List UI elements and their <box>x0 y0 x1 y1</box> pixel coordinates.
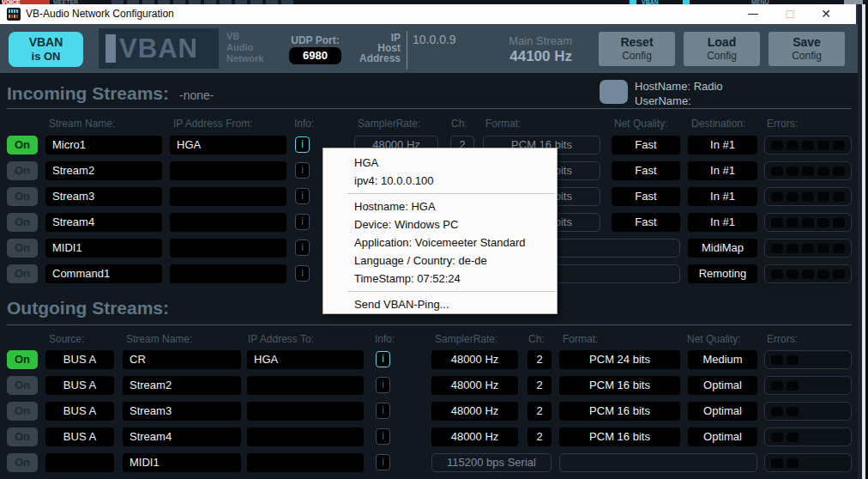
channels-select[interactable]: 2 <box>527 350 552 369</box>
stream-on-toggle[interactable]: On <box>7 187 38 206</box>
stream-name-field[interactable]: Micro1 <box>45 136 162 155</box>
stream-name-field[interactable]: Stream3 <box>123 402 241 421</box>
sampler-rate-select[interactable]: 48000 Hz <box>431 402 518 421</box>
channels-select[interactable]: 2 <box>527 376 552 395</box>
minimize-button[interactable]: — <box>736 4 770 24</box>
net-quality-select[interactable]: Fast <box>612 136 680 155</box>
outgoing-separator <box>7 324 852 325</box>
format-select[interactable]: PCM 16 bits <box>559 427 680 446</box>
stream-name-field[interactable]: Command1 <box>45 264 162 283</box>
info-button[interactable]: i <box>376 377 390 393</box>
stream-name-field[interactable]: MIDI1 <box>45 239 162 258</box>
channels-select[interactable]: 2 <box>527 402 552 421</box>
ip-address-from-field[interactable] <box>170 239 286 258</box>
info-button[interactable]: i <box>376 403 390 419</box>
stream-name-field[interactable]: MIDI1 <box>123 453 241 472</box>
stream-on-toggle[interactable]: On <box>7 136 38 155</box>
source-select[interactable]: BUS A <box>45 376 114 395</box>
sampler-rate-select[interactable]: 48000 Hz <box>431 427 518 446</box>
send-vban-ping-menu-item[interactable]: Send VBAN-Ping... <box>323 295 557 313</box>
vban-on-line2: is ON <box>9 50 83 63</box>
net-quality-select[interactable]: Optimal <box>688 376 757 395</box>
info-button[interactable]: i <box>295 136 310 153</box>
stream-on-toggle[interactable]: On <box>7 161 38 180</box>
ip-address-from-field[interactable] <box>170 264 286 283</box>
main-stream-label: Main Stream <box>480 34 572 48</box>
vban-on-toggle[interactable]: VBAN is ON <box>9 32 83 67</box>
stream-on-toggle[interactable]: On <box>7 239 38 258</box>
stream-name-field[interactable]: CR <box>123 350 241 369</box>
info-button[interactable]: i <box>376 351 390 367</box>
destination-select[interactable]: In #1 <box>688 187 757 206</box>
stream-on-toggle[interactable]: On <box>7 213 38 232</box>
stream-name-field[interactable]: Stream3 <box>45 187 162 206</box>
col-ip-from: IP Address From: <box>173 118 252 130</box>
save-config-button[interactable]: SaveConfig <box>769 32 845 66</box>
destination-select[interactable]: In #1 <box>688 136 757 155</box>
ip-address-from-field[interactable] <box>170 161 286 180</box>
stream-on-toggle[interactable]: On <box>7 376 38 395</box>
info-button[interactable]: i <box>295 188 310 204</box>
net-quality-select[interactable]: Fast <box>612 213 680 232</box>
info-button[interactable]: i <box>295 162 310 179</box>
col-ip-to: IP Address To: <box>248 333 314 345</box>
net-quality-select[interactable]: Optimal <box>688 402 757 421</box>
destination-select[interactable]: Remoting <box>688 264 757 283</box>
info-button[interactable]: i <box>376 454 390 470</box>
stream-name-field[interactable]: Stream2 <box>45 161 162 180</box>
stream-on-toggle[interactable]: On <box>7 453 38 472</box>
maximize-button[interactable]: □ <box>773 4 807 24</box>
stream-on-toggle[interactable]: On <box>7 264 38 283</box>
stream-name-field[interactable]: Stream4 <box>45 213 162 232</box>
info-button[interactable]: i <box>376 428 390 445</box>
ip-address-from-field[interactable] <box>170 213 286 232</box>
sampler-rate-select[interactable]: 48000 Hz <box>431 376 518 395</box>
destination-select[interactable]: In #1 <box>688 213 757 232</box>
net-quality-select[interactable]: Medium <box>688 350 757 369</box>
source-select[interactable] <box>45 453 114 472</box>
info-button[interactable]: i <box>295 265 310 282</box>
window-titlebar: VB-Audio Network Configuration — □ ✕ <box>0 4 856 24</box>
source-select[interactable]: BUS A <box>45 427 114 446</box>
ip-host-address-label: IP Host Address <box>343 33 401 64</box>
stream-name-field[interactable]: Stream2 <box>123 376 241 395</box>
channels-select[interactable]: 2 <box>527 427 552 446</box>
col-stream-name: Stream Name: <box>126 333 192 345</box>
destination-select[interactable]: In #1 <box>688 161 757 180</box>
net-quality-select[interactable]: Fast <box>612 161 680 180</box>
stream-name-field[interactable]: Stream4 <box>123 427 241 446</box>
net-quality-select[interactable]: Optimal <box>688 427 757 446</box>
stream-on-toggle[interactable]: On <box>7 402 38 421</box>
format-select[interactable]: PCM 16 bits <box>559 376 680 395</box>
source-select[interactable]: BUS A <box>45 402 114 421</box>
info-button[interactable]: i <box>295 214 310 230</box>
col-info: Info: <box>375 333 395 345</box>
close-button[interactable]: ✕ <box>809 4 843 24</box>
sampler-rate-select[interactable]: 48000 Hz <box>431 350 518 369</box>
ip-address-from-field[interactable]: HGA <box>170 136 286 155</box>
format-select[interactable]: PCM 24 bits <box>559 350 680 369</box>
udp-port-field[interactable]: 6980 <box>289 47 341 64</box>
net-quality-select[interactable]: Fast <box>612 187 680 206</box>
outgoing-streams-title: Outgoing Streams: <box>7 298 169 318</box>
ip-address-to-field[interactable] <box>247 453 364 472</box>
ip-address-to-field[interactable] <box>247 402 364 421</box>
format-select[interactable]: PCM 16 bits <box>559 402 680 421</box>
load-config-button[interactable]: LoadConfig <box>684 32 760 66</box>
source-select[interactable]: BUS A <box>45 350 114 369</box>
reset-config-button[interactable]: ResetConfig <box>599 32 675 66</box>
main-stream-info: Main Stream 44100 Hz <box>480 34 572 65</box>
ip-address-from-field[interactable] <box>170 187 286 206</box>
host-info: HostName: Radio UserName: <box>635 79 723 108</box>
info-button[interactable]: i <box>295 240 310 256</box>
stream-on-toggle[interactable]: On <box>7 427 38 446</box>
ip-address-to-field[interactable] <box>247 427 364 446</box>
logo-text: VBAN <box>99 28 219 69</box>
ip-address-to-field[interactable]: HGA <box>247 350 364 369</box>
error-indicators <box>764 239 852 258</box>
background-menu-label: MENU <box>751 0 789 4</box>
host-icon <box>600 80 628 104</box>
stream-on-toggle[interactable]: On <box>7 350 38 369</box>
destination-select[interactable]: MidiMap <box>688 239 757 258</box>
ip-address-to-field[interactable] <box>247 376 364 395</box>
